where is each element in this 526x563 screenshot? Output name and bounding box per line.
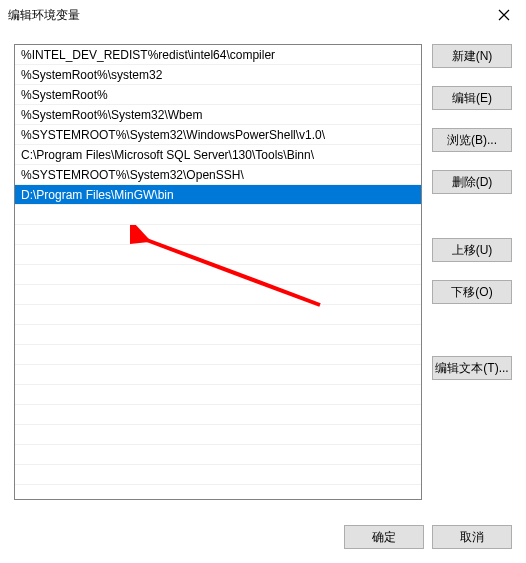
list-item-selected[interactable]: D:\Program Files\MinGW\bin xyxy=(15,185,421,205)
move-up-button[interactable]: 上移(U) xyxy=(432,238,512,262)
window-title: 编辑环境变量 xyxy=(8,7,481,24)
list-item-empty[interactable] xyxy=(15,225,421,245)
titlebar: 编辑环境变量 xyxy=(0,0,526,30)
list-item[interactable]: %SYSTEMROOT%\System32\OpenSSH\ xyxy=(15,165,421,185)
list-item-empty[interactable] xyxy=(15,445,421,465)
list-item[interactable]: C:\Program Files\Microsoft SQL Server\13… xyxy=(15,145,421,165)
list-item[interactable]: %INTEL_DEV_REDIST%redist\intel64\compile… xyxy=(15,45,421,65)
list-item[interactable]: %SystemRoot%\system32 xyxy=(15,65,421,85)
new-button[interactable]: 新建(N) xyxy=(432,44,512,68)
ok-button[interactable]: 确定 xyxy=(344,525,424,549)
footer-buttons: 确定 取消 xyxy=(344,525,512,549)
path-list[interactable]: %INTEL_DEV_REDIST%redist\intel64\compile… xyxy=(14,44,422,500)
close-icon xyxy=(498,9,510,21)
list-item-empty[interactable] xyxy=(15,325,421,345)
list-item[interactable]: %SystemRoot%\System32\Wbem xyxy=(15,105,421,125)
list-item-empty[interactable] xyxy=(15,205,421,225)
list-item-empty[interactable] xyxy=(15,465,421,485)
delete-button[interactable]: 删除(D) xyxy=(432,170,512,194)
list-item-empty[interactable] xyxy=(15,425,421,445)
list-item-empty[interactable] xyxy=(15,405,421,425)
dialog-content: %INTEL_DEV_REDIST%redist\intel64\compile… xyxy=(0,30,526,563)
list-item-empty[interactable] xyxy=(15,385,421,405)
list-item-empty[interactable] xyxy=(15,305,421,325)
list-item-empty[interactable] xyxy=(15,285,421,305)
edit-button[interactable]: 编辑(E) xyxy=(432,86,512,110)
list-item[interactable]: %SystemRoot% xyxy=(15,85,421,105)
button-sidebar: 新建(N) 编辑(E) 浏览(B)... 删除(D) 上移(U) 下移(O) 编… xyxy=(432,44,512,500)
list-item-empty[interactable] xyxy=(15,365,421,385)
list-item-empty[interactable] xyxy=(15,265,421,285)
browse-button[interactable]: 浏览(B)... xyxy=(432,128,512,152)
move-down-button[interactable]: 下移(O) xyxy=(432,280,512,304)
cancel-button[interactable]: 取消 xyxy=(432,525,512,549)
list-item[interactable]: %SYSTEMROOT%\System32\WindowsPowerShell\… xyxy=(15,125,421,145)
edit-text-button[interactable]: 编辑文本(T)... xyxy=(432,356,512,380)
list-item-empty[interactable] xyxy=(15,245,421,265)
close-button[interactable] xyxy=(481,0,526,30)
main-area: %INTEL_DEV_REDIST%redist\intel64\compile… xyxy=(14,44,512,500)
list-item-empty[interactable] xyxy=(15,345,421,365)
